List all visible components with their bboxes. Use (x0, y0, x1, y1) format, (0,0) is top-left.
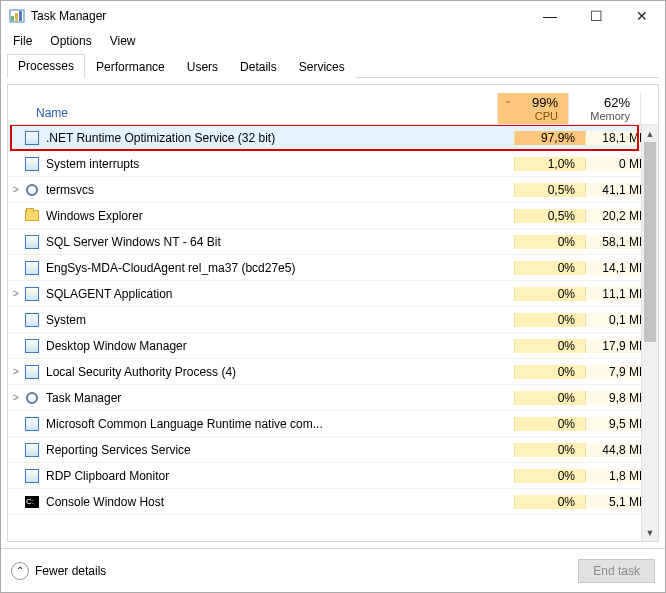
expand-toggle[interactable]: > (8, 288, 24, 299)
process-grid: Name ⌄ 99% CPU 62% Memory .NET Runtime O… (7, 84, 659, 542)
task-manager-window: Task Manager — ☐ ✕ File Options View Pro… (0, 0, 666, 593)
window-controls: — ☐ ✕ (527, 1, 665, 31)
cpu-cell: 0% (514, 469, 586, 483)
scroll-down-button[interactable]: ▼ (642, 524, 658, 541)
process-icon (24, 130, 40, 146)
expand-toggle[interactable]: > (8, 392, 24, 403)
sort-indicator-icon: ⌄ (504, 95, 512, 105)
cpu-cell: 0,5% (514, 209, 586, 223)
process-name: Console Window Host (46, 495, 514, 509)
table-row[interactable]: C:Console Window Host0%5,1 MB (8, 489, 658, 515)
process-icon (24, 182, 40, 198)
process-icon: C: (24, 494, 40, 510)
process-icon (24, 364, 40, 380)
cpu-cell: 1,0% (514, 157, 586, 171)
scroll-thumb[interactable] (644, 142, 656, 342)
table-row[interactable]: EngSys-MDA-CloudAgent rel_ma37 (bcd27e5)… (8, 255, 658, 281)
column-header-cpu[interactable]: ⌄ 99% CPU (497, 93, 569, 124)
process-icon (24, 442, 40, 458)
process-icon (24, 468, 40, 484)
process-icon (24, 208, 40, 224)
column-headers: Name ⌄ 99% CPU 62% Memory (8, 85, 658, 125)
table-row[interactable]: Windows Explorer0,5%20,2 MB (8, 203, 658, 229)
menubar: File Options View (1, 31, 665, 51)
app-icon (9, 8, 25, 24)
table-row[interactable]: >SQLAGENT Application0%11,1 MB (8, 281, 658, 307)
window-title: Task Manager (31, 9, 527, 23)
process-name: Windows Explorer (46, 209, 514, 223)
process-icon (24, 156, 40, 172)
footer: ⌃ Fewer details End task (1, 548, 665, 592)
cpu-total-pct: 99% (532, 95, 558, 110)
chevron-up-icon: ⌃ (11, 562, 29, 580)
table-row[interactable]: .NET Runtime Optimization Service (32 bi… (8, 125, 658, 151)
cpu-label: CPU (535, 110, 558, 122)
cpu-cell: 0,5% (514, 183, 586, 197)
vertical-scrollbar[interactable]: ▲ ▼ (641, 125, 658, 541)
process-name: Desktop Window Manager (46, 339, 514, 353)
table-row[interactable]: RDP Clipboard Monitor0%1,8 MB (8, 463, 658, 489)
cpu-cell: 0% (514, 313, 586, 327)
cpu-cell: 0% (514, 495, 586, 509)
menu-options[interactable]: Options (42, 33, 99, 49)
tab-users[interactable]: Users (176, 55, 229, 78)
process-icon (24, 286, 40, 302)
process-icon (24, 338, 40, 354)
end-task-button[interactable]: End task (578, 559, 655, 583)
table-row[interactable]: System interrupts1,0%0 MB (8, 151, 658, 177)
maximize-button[interactable]: ☐ (573, 1, 619, 31)
table-row[interactable]: Reporting Services Service0%44,8 MB (8, 437, 658, 463)
table-row[interactable]: >Local Security Authority Process (4)0%7… (8, 359, 658, 385)
process-name: System interrupts (46, 157, 514, 171)
process-name: Task Manager (46, 391, 514, 405)
tab-services[interactable]: Services (288, 55, 356, 78)
process-name: .NET Runtime Optimization Service (32 bi… (46, 131, 514, 145)
process-name: Microsoft Common Language Runtime native… (46, 417, 514, 431)
cpu-cell: 0% (514, 235, 586, 249)
tab-performance[interactable]: Performance (85, 55, 176, 78)
cpu-cell: 0% (514, 365, 586, 379)
tab-processes[interactable]: Processes (7, 54, 85, 78)
process-icon (24, 234, 40, 250)
cpu-cell: 0% (514, 339, 586, 353)
process-name: RDP Clipboard Monitor (46, 469, 514, 483)
expand-toggle[interactable]: > (8, 184, 24, 195)
memory-label: Memory (590, 110, 630, 122)
close-button[interactable]: ✕ (619, 1, 665, 31)
fewer-details-label: Fewer details (35, 564, 106, 578)
process-name: SQL Server Windows NT - 64 Bit (46, 235, 514, 249)
minimize-button[interactable]: — (527, 1, 573, 31)
menu-file[interactable]: File (5, 33, 40, 49)
table-row[interactable]: SQL Server Windows NT - 64 Bit0%58,1 MB (8, 229, 658, 255)
scroll-up-button[interactable]: ▲ (642, 125, 658, 142)
table-row[interactable]: Desktop Window Manager0%17,9 MB (8, 333, 658, 359)
memory-total-pct: 62% (604, 95, 630, 110)
column-header-memory[interactable]: 62% Memory (569, 93, 641, 124)
table-row[interactable]: System0%0,1 MB (8, 307, 658, 333)
cpu-cell: 0% (514, 391, 586, 405)
process-icon (24, 390, 40, 406)
cpu-cell: 0% (514, 287, 586, 301)
process-name: EngSys-MDA-CloudAgent rel_ma37 (bcd27e5) (46, 261, 514, 275)
column-header-name[interactable]: Name (8, 106, 497, 124)
process-name: System (46, 313, 514, 327)
table-row[interactable]: >Task Manager0%9,8 MB (8, 385, 658, 411)
process-name: SQLAGENT Application (46, 287, 514, 301)
svg-rect-1 (11, 16, 14, 21)
process-rows: .NET Runtime Optimization Service (32 bi… (8, 125, 658, 541)
process-icon (24, 416, 40, 432)
svg-rect-3 (19, 11, 22, 21)
fewer-details-button[interactable]: ⌃ Fewer details (11, 562, 106, 580)
tab-details[interactable]: Details (229, 55, 288, 78)
menu-view[interactable]: View (102, 33, 144, 49)
cpu-cell: 0% (514, 417, 586, 431)
titlebar[interactable]: Task Manager — ☐ ✕ (1, 1, 665, 31)
cpu-cell: 0% (514, 443, 586, 457)
table-row[interactable]: >termsvcs0,5%41,1 MB (8, 177, 658, 203)
svg-rect-2 (15, 13, 18, 21)
table-row[interactable]: Microsoft Common Language Runtime native… (8, 411, 658, 437)
tabs: Processes Performance Users Details Serv… (1, 51, 665, 78)
expand-toggle[interactable]: > (8, 366, 24, 377)
process-icon (24, 312, 40, 328)
process-name: termsvcs (46, 183, 514, 197)
